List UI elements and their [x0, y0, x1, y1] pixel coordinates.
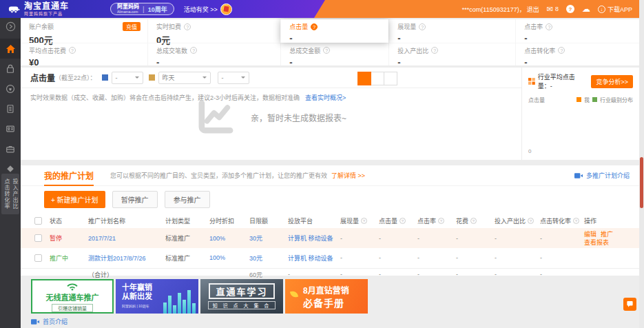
daily-limit-link[interactable]: 30元 — [249, 235, 262, 242]
column-header: 推广计划名称 — [87, 213, 164, 228]
sidebar-item-account[interactable] — [0, 119, 21, 139]
campaign-name-link[interactable]: 2017/7/21 — [88, 235, 116, 242]
stat-label: 账户余额 — [29, 22, 54, 31]
pause-campaign-button[interactable]: 暂停推广 — [112, 191, 158, 208]
left-sidebar: 点击转化率 投入产出比 — [0, 18, 21, 328]
banner4-line1: 8月直钻营销 — [303, 284, 368, 296]
edit-link[interactable]: 编辑 — [584, 230, 596, 238]
sidebar-item-tools[interactable] — [0, 139, 21, 158]
empty-chart-icon — [196, 101, 236, 134]
info-icon[interactable]: ? — [558, 47, 565, 54]
multi-campaign-intro-link[interactable]: 多推广计划介绍 — [574, 171, 630, 180]
zhitongche-car-icon — [8, 5, 21, 14]
scrollbar-thumb[interactable] — [640, 157, 643, 208]
banner-august-handbook[interactable]: 8月直钻营销 必备手册 — [285, 279, 368, 314]
info-icon[interactable]: ? — [470, 218, 477, 224]
sidebar-item-favorites[interactable] — [0, 79, 21, 99]
sidebar-item-home[interactable] — [0, 39, 21, 59]
chart-empty-state: 亲，暂时未生成数据报表~ — [21, 101, 521, 134]
briefcase-icon — [6, 144, 15, 154]
sidebar-item-reports[interactable] — [0, 99, 21, 119]
discount-link[interactable]: 100% — [209, 235, 225, 242]
stat-card[interactable]: 点击率 ? - — [515, 19, 639, 43]
download-app-button[interactable]: ↓ 下载APP — [598, 5, 632, 14]
info-icon[interactable]: ? — [361, 218, 367, 224]
stat-card[interactable]: 点击转化率 ? - — [515, 43, 639, 66]
cloud-service-icon[interactable]: ☁ — [582, 5, 590, 13]
shortcut-roi[interactable]: 投入产出比 — [11, 178, 18, 209]
info-icon[interactable]: ? — [311, 23, 318, 30]
competition-analysis-button[interactable]: 竞争分析>> — [591, 75, 633, 88]
industry-grid-icon — [528, 78, 535, 85]
info-icon[interactable]: ? — [528, 218, 534, 224]
help-icon[interactable]: ? — [566, 5, 574, 13]
stat-label: 投入产出比 — [397, 46, 428, 55]
shortcut-click-conversion[interactable]: 点击转化率 — [3, 178, 10, 209]
discount-link[interactable]: 100% — [209, 254, 225, 261]
info-icon[interactable]: ? — [419, 23, 426, 30]
stat-card[interactable]: 投入产出比 ? - — [388, 43, 515, 66]
info-icon[interactable]: ? — [431, 47, 438, 54]
platform-link[interactable]: 计算机 移动设备 — [288, 235, 333, 242]
platform-link[interactable]: 计算机 移动设备 — [288, 255, 333, 262]
tab-my-campaigns[interactable]: 我的推广计划 — [44, 165, 94, 186]
daily-limit-link[interactable]: 30元 — [249, 255, 262, 262]
learn-more-link[interactable]: 了解详情 >> — [331, 171, 365, 180]
sidebar-item-shop[interactable] — [0, 59, 21, 79]
join-campaign-button[interactable]: 参与推广 — [165, 191, 210, 208]
info-icon[interactable]: ? — [399, 218, 406, 224]
info-icon[interactable]: ? — [438, 218, 444, 224]
stat-card[interactable]: 账户余额 ? 充值 500元 — [21, 19, 147, 43]
alimama-domain: Alimama.com — [117, 10, 139, 14]
info-icon[interactable]: ? — [184, 23, 191, 30]
banner-learning[interactable]: 直通车学习 知 识 点 大 集 合 — [200, 279, 283, 314]
anniversary-badge[interactable]: 阿里妈妈 Alimama.com | 10周年 — [110, 3, 174, 15]
device-tab[interactable] — [357, 72, 371, 85]
view-report-link[interactable]: 查看报表 — [584, 238, 609, 247]
column-header: 点击量? — [377, 213, 416, 228]
expand-icon — [6, 21, 16, 32]
info-icon[interactable]: ? — [323, 47, 330, 54]
row-checkbox[interactable] — [34, 234, 42, 242]
stat-label: 展现量 — [397, 22, 416, 31]
page-scrollbar[interactable] — [639, 0, 644, 328]
campaign-type: 标准推广 — [165, 235, 190, 242]
promote-link[interactable]: 推广 — [601, 230, 613, 238]
stat-card[interactable]: 实时扣费 ? 0元 — [147, 19, 280, 43]
series-b-select[interactable]: - — [218, 72, 249, 84]
sidebar-expand-button[interactable] — [6, 21, 16, 33]
stat-card[interactable]: 平均点击花费 ? ¥0 — [21, 43, 147, 66]
banner-wireless-promo[interactable]: 无线直通车推广 引爆店铺销量 — [31, 279, 114, 314]
recharge-button[interactable]: 充值 — [123, 22, 141, 31]
row-checkbox[interactable] — [34, 254, 42, 262]
legend-industry-swatch — [592, 97, 597, 102]
stat-card[interactable]: 总成交笔数 ? - — [147, 43, 280, 66]
info-icon[interactable]: ? — [546, 23, 552, 30]
stat-card[interactable]: 总成交金额 ? - — [280, 43, 388, 66]
homepage-intro-link[interactable]: 首页介绍 — [31, 317, 67, 326]
info-icon[interactable]: ? — [190, 47, 197, 54]
total-platform: - — [288, 271, 290, 278]
stat-card[interactable]: 展现量 ? - — [388, 19, 515, 43]
column-header: 计划类型 — [164, 213, 208, 228]
banner-ten-year[interactable]: 十年赢销 从新出发 阿里妈妈 | 10周年 — [116, 279, 198, 314]
report-icon — [6, 104, 15, 114]
new-campaign-button[interactable]: + 新建推广计划 — [44, 191, 105, 208]
activity-reward-link[interactable]: 活动有奖 >> — [184, 5, 218, 14]
header-user-area: ***com(1150932177)， 退出 ✉ 8 ? ☁ ↓ 下载APP — [462, 0, 632, 18]
app-logo[interactable]: 淘宝直通车 阿里妈妈旗下产品 — [8, 2, 69, 16]
info-icon[interactable]: ? — [573, 218, 579, 224]
compare-date-select[interactable]: 昨天 — [158, 72, 211, 84]
prize-icon[interactable] — [220, 3, 232, 15]
series-a-select[interactable]: - — [112, 72, 143, 84]
info-icon[interactable]: ? — [69, 47, 76, 54]
campaign-name-link[interactable]: 测款计划2017/8/7/26 — [88, 255, 146, 262]
banner1-subtitle: 引爆店铺销量 — [52, 304, 93, 312]
mail-button[interactable]: ✉ 8 — [547, 6, 559, 13]
logout-link[interactable]: 退出 — [527, 5, 539, 14]
customer-service-button[interactable] — [623, 298, 636, 311]
select-all-checkbox[interactable] — [34, 217, 42, 225]
device-tab[interactable] — [371, 72, 384, 85]
stat-card[interactable]: 点击量 ? - — [280, 19, 388, 43]
device-tab[interactable] — [384, 72, 397, 85]
